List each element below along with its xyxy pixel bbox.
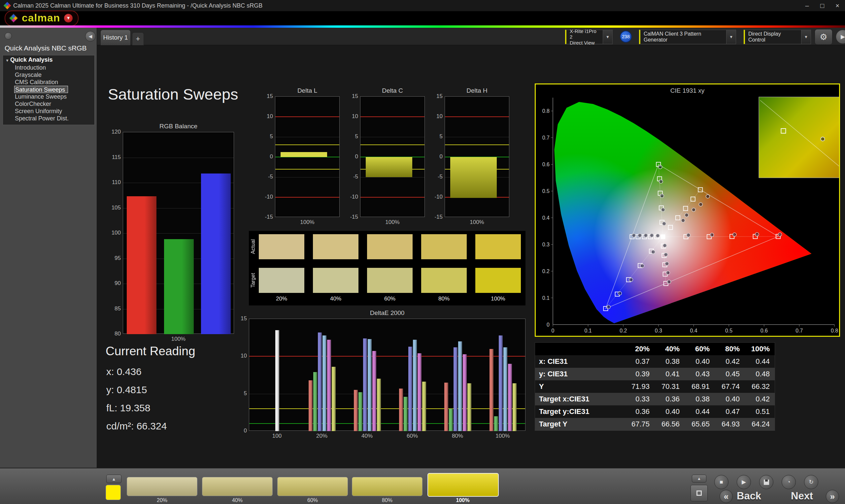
- maximize-button[interactable]: □: [815, 2, 830, 10]
- cell-value: 0.51: [745, 407, 775, 416]
- pattern-swatch-20[interactable]: [127, 477, 197, 496]
- cell-value: 0.44: [745, 357, 775, 366]
- refresh-button[interactable]: ↻: [804, 475, 818, 489]
- pattern-window-button[interactable]: [690, 485, 708, 501]
- row-label: Y: [535, 382, 625, 391]
- back-label[interactable]: Back: [737, 490, 761, 502]
- bottom-pattern-bar: ▲ 20%40%60%80%100% ▲ ■▶◔↻ « Back Next »: [0, 468, 845, 504]
- save-icon: [764, 480, 769, 485]
- deltae-bar: [313, 372, 317, 431]
- sidebar-item-cms-calibration[interactable]: CMS Calibration: [3, 78, 94, 86]
- sidebar-item-introduction[interactable]: Introduction: [3, 64, 94, 71]
- display-control-dropdown[interactable]: Direct Display Control ▼: [744, 30, 811, 44]
- rgb-bar-red: [127, 196, 156, 334]
- cell-value: 64.93: [715, 420, 745, 429]
- calman-app-window: Calman 2025 Calman Ultimate for Business…: [0, 0, 845, 504]
- window-title: Calman 2025 Calman Ultimate for Business…: [13, 2, 262, 9]
- tree-root-quick-analysis[interactable]: ▾Quick Analysis: [3, 55, 94, 64]
- tree-expand-icon[interactable]: ▾: [6, 58, 8, 63]
- table-row: Target y:CIE310.360.400.440.470.51: [535, 406, 775, 418]
- sidebar-item-saturation-sweeps[interactable]: Saturation Sweeps: [14, 86, 68, 93]
- calman-logo[interactable]: calman ▼: [5, 11, 78, 26]
- deltae-xtick: 80%: [444, 433, 471, 439]
- next-label[interactable]: Next: [791, 490, 813, 502]
- row-label: Target x:CIE31: [535, 395, 625, 403]
- sidebar-collapse-button[interactable]: ◀: [85, 31, 96, 41]
- stop-button[interactable]: ■: [714, 475, 728, 489]
- chevron-down-icon[interactable]: ▼: [726, 30, 736, 44]
- swatch-actual-60: [367, 234, 412, 259]
- cell-value: 0.42: [745, 395, 775, 403]
- swatch-col-label: 40%: [313, 295, 358, 302]
- pattern-swatch-40[interactable]: [202, 477, 272, 496]
- sidebar-item-luminance-sweeps[interactable]: Luminance Sweeps: [3, 93, 94, 100]
- deltae-bar: [490, 349, 493, 431]
- next-button[interactable]: »: [826, 490, 839, 503]
- pattern-swatch-80[interactable]: [352, 477, 423, 496]
- chevron-down-icon[interactable]: ▼: [801, 30, 811, 44]
- swatch-actual-80: [421, 234, 467, 259]
- deltae-bar: [377, 379, 381, 431]
- swatch-col-label: 80%: [421, 295, 467, 302]
- table-header-cell: 60%: [685, 345, 715, 353]
- svg-text:0.1: 0.1: [584, 328, 592, 334]
- save-button[interactable]: [759, 475, 773, 489]
- sidebar-item-spectral-power-dist[interactable]: Spectral Power Dist.: [3, 115, 94, 122]
- delta_l-bar: [281, 152, 327, 157]
- deltae-bar: [327, 340, 331, 431]
- deltae-xtick: 40%: [354, 433, 380, 439]
- deltae-bar: [508, 364, 512, 431]
- deltae-bar: [368, 339, 372, 431]
- cell-value: 0.39: [625, 370, 655, 378]
- transport-popup-button[interactable]: ▲: [692, 475, 706, 483]
- tab-history-1[interactable]: History 1: [100, 30, 131, 45]
- sidebar-item-screen-uniformity[interactable]: Screen Uniformity: [3, 108, 94, 115]
- deltae-bar: [413, 340, 417, 431]
- svg-text:0.4: 0.4: [542, 215, 550, 221]
- table-header-cell: 20%: [625, 345, 655, 353]
- minimize-button[interactable]: –: [799, 2, 815, 10]
- sidebar: ◀ Quick Analysis NBC sRGB ▾Quick Analysi…: [0, 28, 97, 468]
- deltae-bar: [332, 367, 336, 431]
- play-button[interactable]: ▶: [737, 475, 751, 489]
- svg-text:0.4: 0.4: [690, 328, 697, 334]
- gear-icon: ⚙: [820, 32, 827, 42]
- delta-l-xlabel: 100%: [275, 219, 340, 226]
- rgb-balance-title: RGB Balance: [123, 123, 234, 130]
- back-button[interactable]: «: [720, 490, 733, 503]
- svg-text:0.6: 0.6: [542, 162, 550, 167]
- settings-button[interactable]: ⚙: [815, 29, 832, 45]
- pattern-swatch-60[interactable]: [277, 477, 348, 496]
- table-row: x: CIE310.370.380.400.420.44: [535, 355, 775, 368]
- swatch-target-40: [313, 268, 358, 293]
- pattern-generator-dropdown[interactable]: CalMAN Client 3 Pattern Generator ▼: [639, 30, 736, 44]
- add-tab-button[interactable]: +: [132, 32, 144, 45]
- cell-value: 0.33: [625, 395, 655, 403]
- sidebar-item-colorchecker[interactable]: ColorChecker: [3, 100, 94, 108]
- logo-menu-button[interactable]: ▼: [64, 14, 73, 22]
- swatch-actual-100: [475, 234, 521, 259]
- saturation-swatch-panel: 20%40%60%80%100%: [249, 231, 526, 305]
- sidebar-pin-icon[interactable]: [5, 32, 12, 40]
- cell-value: 0.36: [625, 407, 655, 416]
- svg-text:0.8: 0.8: [831, 328, 838, 334]
- meter-dropdown[interactable]: X-Rite i1Pro 2 Direct View ▼: [565, 30, 613, 44]
- delta-h-xlabel: 100%: [445, 219, 509, 226]
- pattern-popup-button[interactable]: ▲: [106, 475, 122, 483]
- deltae-bar: [322, 336, 327, 431]
- actual-row-label: Actual: [250, 234, 257, 259]
- cell-value: 0.45: [715, 370, 745, 378]
- sidebar-item-grayscale[interactable]: Grayscale: [3, 71, 94, 78]
- delta-c-title: Delta C: [360, 87, 425, 94]
- cell-value: 0.43: [685, 370, 715, 378]
- deltae-2000-title: DeltaE 2000: [249, 309, 526, 317]
- pattern-window-icon: [697, 490, 702, 496]
- chevron-down-icon[interactable]: ▼: [603, 30, 612, 44]
- table-row: Target Y67.7566.5665.6564.9364.24: [535, 418, 775, 430]
- active-pattern-swatch[interactable]: [106, 485, 121, 500]
- cell-value: 0.38: [685, 395, 715, 403]
- deltae-bar: [399, 389, 403, 431]
- gauge-button[interactable]: ◔: [781, 475, 796, 489]
- pattern-swatch-100[interactable]: [427, 473, 499, 497]
- close-button[interactable]: ×: [830, 2, 845, 10]
